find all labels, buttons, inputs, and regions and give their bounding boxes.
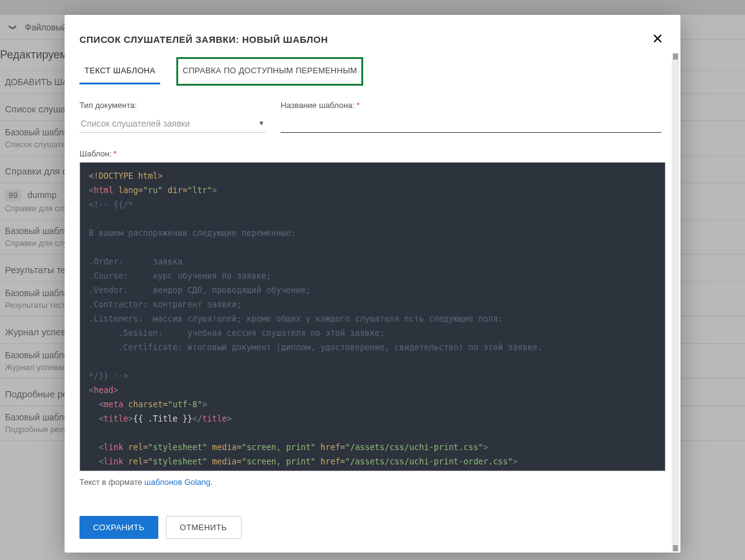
save-button[interactable]: СОХРАНИТЬ	[79, 516, 158, 539]
code-token: </	[192, 414, 202, 423]
code-token: rel=	[129, 443, 148, 452]
close-icon: ✕	[652, 31, 663, 47]
code-token: <	[99, 457, 104, 466]
hint-pre: Текст в формате	[79, 477, 145, 487]
template-body-label-text: Шаблон:	[79, 149, 112, 158]
code-token	[89, 400, 99, 409]
code-token: <	[99, 414, 104, 423]
code-token: "utf-8"	[168, 400, 202, 409]
code-token: <	[89, 386, 94, 395]
code-token: >	[114, 386, 119, 395]
template-modal: СПИСОК СЛУШАТЕЛЕЙ ЗАЯВКИ: НОВЫЙ ШАБЛОН ✕…	[65, 15, 680, 553]
code-token: "stylesheet"	[148, 457, 207, 466]
required-mark: *	[356, 101, 359, 110]
code-token: dir=	[168, 186, 187, 195]
code-token: "ltr"	[187, 186, 212, 195]
tabs: ТЕКСТ ШАБЛОНА СПРАВКА ПО ДОСТУПНЫМ ПЕРЕМ…	[79, 58, 666, 84]
code-token	[89, 457, 99, 466]
code-token	[89, 443, 99, 452]
code-token: >	[227, 414, 232, 423]
code-token: title	[104, 414, 129, 423]
golang-templates-link[interactable]: шаблонов Golang	[145, 477, 210, 487]
code-token: head	[94, 386, 114, 395]
code-token: "stylesheet"	[148, 443, 207, 452]
code-token: >	[212, 186, 217, 195]
code-token: >	[202, 400, 207, 409]
form-row: Тип документа: ▾ Название шаблона:*	[79, 101, 666, 133]
code-line: .Session: учебная сессия слушателя по эт…	[89, 328, 384, 338]
code-token: "ru"	[143, 186, 163, 195]
template-name-input[interactable]	[281, 115, 661, 133]
code-line: .Listeners: массив слушателей; кроме общ…	[89, 314, 503, 323]
code-token: "screen, print"	[242, 443, 315, 452]
modal-body: ТЕКСТ ШАБЛОНА СПРАВКА ПО ДОСТУПНЫМ ПЕРЕМ…	[65, 56, 680, 506]
code-token: "screen, print"	[242, 457, 315, 466]
code-token: href=	[320, 443, 345, 452]
doc-type-select[interactable]: ▾	[79, 115, 266, 133]
doc-type-label: Тип документа:	[79, 101, 266, 110]
code-token: lang=	[119, 186, 143, 195]
code-token: html	[94, 186, 114, 195]
code-line: <!DOCTYPE html>	[89, 171, 163, 181]
code-token	[89, 414, 99, 423]
tab-template-text[interactable]: ТЕКСТ ШАБЛОНА	[79, 58, 160, 84]
scroll-arrow-down-icon	[673, 545, 678, 551]
code-editor[interactable]: <!DOCTYPE html> <html lang="ru" dir="ltr…	[79, 162, 666, 471]
code-line: <!-- {{/*	[89, 200, 133, 209]
field-template-name: Название шаблона:*	[281, 101, 661, 133]
modal-header: СПИСОК СЛУШАТЕЛЕЙ ЗАЯВКИ: НОВЫЙ ШАБЛОН ✕	[65, 15, 680, 56]
code-token: >	[513, 457, 518, 466]
code-token: meta	[104, 400, 124, 409]
code-token: "/assets/css/uchi-print-order.css"	[345, 457, 513, 466]
modal-footer: СОХРАНИТЬ ОТМЕНИТЬ	[65, 506, 680, 553]
template-body-label: Шаблон:*	[79, 149, 666, 158]
code-token: >	[483, 443, 488, 452]
modal-title: СПИСОК СЛУШАТЕЛЕЙ ЗАЯВКИ: НОВЫЙ ШАБЛОН	[79, 34, 328, 45]
code-token: link	[104, 457, 124, 466]
code-token: <	[99, 443, 104, 452]
tab-variables-help[interactable]: СПРАВКА ПО ДОСТУПНЫМ ПЕРЕМЕННЫМ	[178, 58, 362, 84]
code-token: media=	[212, 443, 242, 452]
template-name-label: Название шаблона:*	[281, 101, 661, 110]
hint-post: .	[210, 477, 213, 487]
code-line: В вашем распоряжении следующие переменны…	[89, 228, 296, 238]
template-name-label-text: Название шаблона:	[281, 101, 354, 110]
code-token: <	[89, 186, 94, 195]
required-mark: *	[114, 149, 117, 158]
close-button[interactable]: ✕	[649, 30, 666, 48]
code-token: title	[202, 414, 227, 423]
doc-type-value[interactable]	[79, 115, 266, 133]
code-line: .Vendor: вендор СДО, проводящий обучение…	[89, 286, 310, 295]
format-hint: Текст в формате шаблонов Golang.	[79, 477, 666, 487]
modal-body-scrollbar[interactable]	[672, 53, 679, 551]
field-doc-type: Тип документа: ▾	[79, 101, 266, 133]
code-line: .Certificate: итоговый документ (диплом,…	[89, 343, 542, 352]
code-token: >	[129, 414, 133, 423]
code-token: link	[104, 443, 124, 452]
code-token: <	[99, 400, 104, 409]
code-line: .Course: курс обучения по заявке;	[89, 271, 271, 281]
code-token: charset=	[129, 400, 168, 409]
code-token: href=	[320, 457, 345, 466]
code-token: "/assets/css/uchi-print.css"	[345, 443, 483, 452]
code-line: .Order: заявка	[89, 257, 183, 266]
cancel-button[interactable]: ОТМЕНИТЬ	[166, 516, 242, 539]
scroll-arrow-up-icon	[673, 53, 678, 60]
code-line: .Contractor: контрагент заявки;	[89, 300, 242, 309]
code-line: */}} -->	[89, 371, 129, 381]
code-token: media=	[212, 457, 242, 466]
code-token: rel=	[129, 457, 148, 466]
code-token: {{ .Title }}	[133, 414, 192, 423]
